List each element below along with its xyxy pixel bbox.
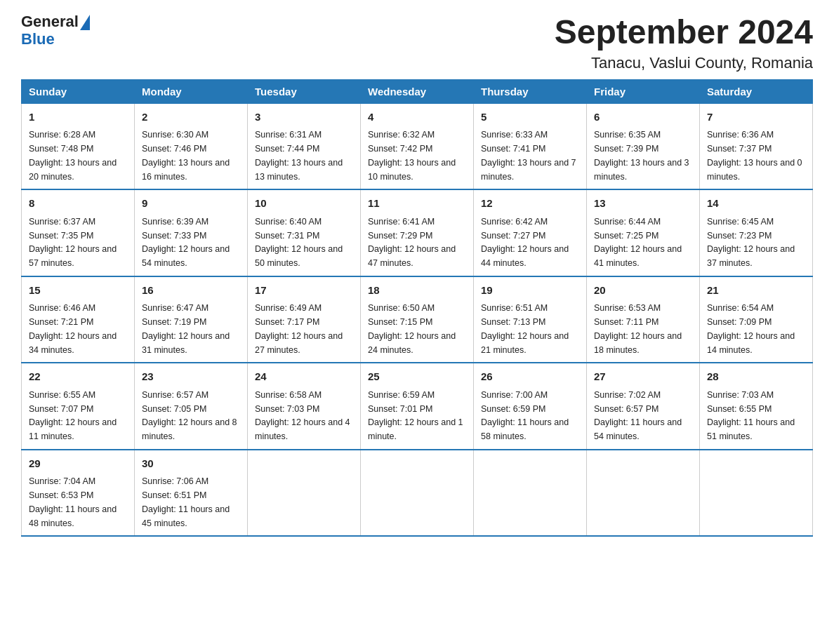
col-monday: Monday (135, 79, 248, 103)
table-row (700, 450, 813, 537)
table-row: 11 Sunrise: 6:41 AMSunset: 7:29 PMDaylig… (361, 189, 474, 276)
day-info: Sunrise: 6:44 AMSunset: 7:25 PMDaylight:… (594, 217, 682, 268)
day-number: 3 (255, 109, 353, 126)
col-sunday: Sunday (22, 79, 135, 103)
title-block: September 2024 Tanacu, Vaslui County, Ro… (555, 14, 813, 72)
calendar-week-row: 8 Sunrise: 6:37 AMSunset: 7:35 PMDayligh… (22, 189, 813, 276)
day-info: Sunrise: 6:47 AMSunset: 7:19 PMDaylight:… (142, 303, 230, 354)
calendar-week-row: 1 Sunrise: 6:28 AMSunset: 7:48 PMDayligh… (22, 103, 813, 189)
day-number: 18 (368, 283, 466, 299)
day-info: Sunrise: 6:59 AMSunset: 7:01 PMDaylight:… (368, 390, 463, 441)
logo: General Blue (21, 14, 90, 47)
table-row: 23 Sunrise: 6:57 AMSunset: 7:05 PMDaylig… (135, 363, 248, 450)
table-row: 19 Sunrise: 6:51 AMSunset: 7:13 PMDaylig… (474, 276, 587, 363)
table-row: 8 Sunrise: 6:37 AMSunset: 7:35 PMDayligh… (22, 189, 135, 276)
logo-text-general: General (21, 13, 79, 30)
day-info: Sunrise: 6:36 AMSunset: 7:37 PMDaylight:… (707, 130, 802, 181)
table-row: 15 Sunrise: 6:46 AMSunset: 7:21 PMDaylig… (22, 276, 135, 363)
day-info: Sunrise: 7:00 AMSunset: 6:59 PMDaylight:… (481, 390, 569, 441)
day-info: Sunrise: 6:39 AMSunset: 7:33 PMDaylight:… (142, 217, 230, 268)
calendar-week-row: 22 Sunrise: 6:55 AMSunset: 7:07 PMDaylig… (22, 363, 813, 450)
col-tuesday: Tuesday (248, 79, 361, 103)
table-row: 10 Sunrise: 6:40 AMSunset: 7:31 PMDaylig… (248, 189, 361, 276)
table-row: 14 Sunrise: 6:45 AMSunset: 7:23 PMDaylig… (700, 189, 813, 276)
day-info: Sunrise: 6:54 AMSunset: 7:09 PMDaylight:… (707, 303, 795, 354)
day-number: 23 (142, 369, 240, 385)
table-row: 29 Sunrise: 7:04 AMSunset: 6:53 PMDaylig… (22, 450, 135, 537)
day-info: Sunrise: 6:33 AMSunset: 7:41 PMDaylight:… (481, 130, 576, 181)
day-number: 4 (368, 109, 466, 126)
calendar-subtitle: Tanacu, Vaslui County, Romania (555, 54, 813, 72)
day-info: Sunrise: 7:04 AMSunset: 6:53 PMDaylight:… (29, 476, 117, 528)
day-number: 17 (255, 283, 353, 299)
table-row: 27 Sunrise: 7:02 AMSunset: 6:57 PMDaylig… (587, 363, 700, 450)
day-number: 20 (594, 283, 692, 299)
day-number: 1 (29, 109, 127, 126)
day-info: Sunrise: 6:51 AMSunset: 7:13 PMDaylight:… (481, 303, 569, 354)
day-number: 16 (142, 283, 240, 299)
day-info: Sunrise: 6:57 AMSunset: 7:05 PMDaylight:… (142, 390, 237, 441)
table-row: 28 Sunrise: 7:03 AMSunset: 6:55 PMDaylig… (700, 363, 813, 450)
day-info: Sunrise: 6:28 AMSunset: 7:48 PMDaylight:… (29, 130, 117, 181)
day-number: 12 (481, 196, 579, 212)
day-number: 25 (368, 369, 466, 385)
day-number: 13 (594, 196, 692, 212)
table-row (248, 450, 361, 537)
table-row: 30 Sunrise: 7:06 AMSunset: 6:51 PMDaylig… (135, 450, 248, 537)
table-row: 4 Sunrise: 6:32 AMSunset: 7:42 PMDayligh… (361, 103, 474, 189)
day-info: Sunrise: 6:42 AMSunset: 7:27 PMDaylight:… (481, 217, 569, 268)
day-number: 30 (142, 456, 240, 472)
weekday-header-row: Sunday Monday Tuesday Wednesday Thursday… (22, 79, 813, 103)
day-info: Sunrise: 6:53 AMSunset: 7:11 PMDaylight:… (594, 303, 682, 354)
table-row: 21 Sunrise: 6:54 AMSunset: 7:09 PMDaylig… (700, 276, 813, 363)
day-number: 11 (368, 196, 466, 212)
table-row: 25 Sunrise: 6:59 AMSunset: 7:01 PMDaylig… (361, 363, 474, 450)
day-info: Sunrise: 6:37 AMSunset: 7:35 PMDaylight:… (29, 217, 117, 268)
calendar-table: Sunday Monday Tuesday Wednesday Thursday… (21, 79, 813, 537)
day-info: Sunrise: 7:03 AMSunset: 6:55 PMDaylight:… (707, 390, 795, 441)
calendar-week-row: 29 Sunrise: 7:04 AMSunset: 6:53 PMDaylig… (22, 450, 813, 537)
day-info: Sunrise: 7:02 AMSunset: 6:57 PMDaylight:… (594, 390, 682, 441)
day-info: Sunrise: 7:06 AMSunset: 6:51 PMDaylight:… (142, 476, 230, 528)
page-header: General Blue September 2024 Tanacu, Vasl… (21, 14, 813, 72)
logo-triangle-icon (80, 15, 90, 30)
table-row (361, 450, 474, 537)
day-info: Sunrise: 6:50 AMSunset: 7:15 PMDaylight:… (368, 303, 456, 354)
table-row (587, 450, 700, 537)
day-number: 5 (481, 109, 579, 126)
day-info: Sunrise: 6:58 AMSunset: 7:03 PMDaylight:… (255, 390, 350, 441)
calendar-title: September 2024 (555, 14, 813, 51)
table-row: 6 Sunrise: 6:35 AMSunset: 7:39 PMDayligh… (587, 103, 700, 189)
day-number: 15 (29, 283, 127, 299)
col-wednesday: Wednesday (361, 79, 474, 103)
day-number: 21 (707, 283, 805, 299)
table-row: 24 Sunrise: 6:58 AMSunset: 7:03 PMDaylig… (248, 363, 361, 450)
day-number: 19 (481, 283, 579, 299)
table-row: 26 Sunrise: 7:00 AMSunset: 6:59 PMDaylig… (474, 363, 587, 450)
table-row: 2 Sunrise: 6:30 AMSunset: 7:46 PMDayligh… (135, 103, 248, 189)
table-row: 22 Sunrise: 6:55 AMSunset: 7:07 PMDaylig… (22, 363, 135, 450)
day-number: 28 (707, 369, 805, 385)
table-row: 7 Sunrise: 6:36 AMSunset: 7:37 PMDayligh… (700, 103, 813, 189)
day-number: 27 (594, 369, 692, 385)
table-row: 18 Sunrise: 6:50 AMSunset: 7:15 PMDaylig… (361, 276, 474, 363)
day-number: 6 (594, 109, 692, 126)
day-number: 14 (707, 196, 805, 212)
day-info: Sunrise: 6:55 AMSunset: 7:07 PMDaylight:… (29, 390, 117, 441)
table-row: 1 Sunrise: 6:28 AMSunset: 7:48 PMDayligh… (22, 103, 135, 189)
table-row: 5 Sunrise: 6:33 AMSunset: 7:41 PMDayligh… (474, 103, 587, 189)
day-info: Sunrise: 6:31 AMSunset: 7:44 PMDaylight:… (255, 130, 343, 181)
day-info: Sunrise: 6:35 AMSunset: 7:39 PMDaylight:… (594, 130, 689, 181)
table-row: 12 Sunrise: 6:42 AMSunset: 7:27 PMDaylig… (474, 189, 587, 276)
calendar-week-row: 15 Sunrise: 6:46 AMSunset: 7:21 PMDaylig… (22, 276, 813, 363)
table-row (474, 450, 587, 537)
table-row: 3 Sunrise: 6:31 AMSunset: 7:44 PMDayligh… (248, 103, 361, 189)
day-number: 2 (142, 109, 240, 126)
day-number: 7 (707, 109, 805, 126)
table-row: 13 Sunrise: 6:44 AMSunset: 7:25 PMDaylig… (587, 189, 700, 276)
day-number: 8 (29, 196, 127, 212)
col-saturday: Saturday (700, 79, 813, 103)
table-row: 9 Sunrise: 6:39 AMSunset: 7:33 PMDayligh… (135, 189, 248, 276)
col-friday: Friday (587, 79, 700, 103)
table-row: 16 Sunrise: 6:47 AMSunset: 7:19 PMDaylig… (135, 276, 248, 363)
